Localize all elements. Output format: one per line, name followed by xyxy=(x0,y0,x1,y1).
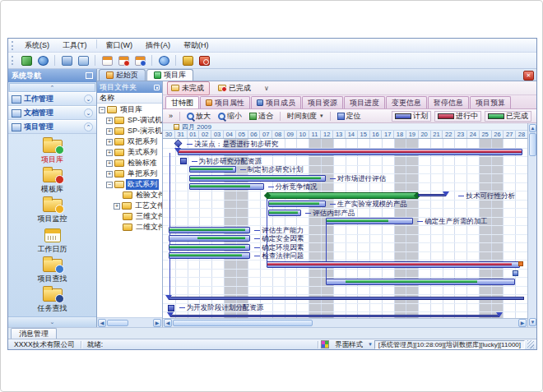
stop-button[interactable] xyxy=(197,53,211,67)
gantt-hscrollbar[interactable]: ◀ ▶ xyxy=(163,318,527,327)
task-bar[interactable] xyxy=(169,244,250,251)
toolbar-overflow-button[interactable]: » xyxy=(166,111,175,121)
time-scale-dropdown[interactable]: 时间刻度 xyxy=(285,110,326,122)
menu-item-1[interactable]: 系统(S) xyxy=(18,39,56,52)
tree-node-美式系列[interactable]: +美式系列 xyxy=(97,147,162,158)
lock-button[interactable] xyxy=(180,53,195,67)
tree-node-SP-调试机系[interactable]: +SP-调试机系 xyxy=(97,115,162,126)
doc-tab-起始页[interactable]: 起始页 xyxy=(99,69,146,81)
menu-item-5[interactable]: 帮助(H) xyxy=(177,39,216,52)
tree-node-工艺文件[interactable]: +工艺文件 xyxy=(97,201,162,211)
task-bar[interactable] xyxy=(189,175,325,182)
menu-item-3[interactable]: 窗口(W) xyxy=(100,39,140,52)
task-bar[interactable] xyxy=(189,183,263,190)
message-management-tab[interactable]: 消息管理 xyxy=(11,328,57,339)
menu-item-4[interactable]: 插件(A) xyxy=(139,39,177,52)
tree-node-双把系列[interactable]: +双把系列 xyxy=(97,136,162,147)
calendar-edit-button[interactable] xyxy=(116,53,131,67)
tree-node-检验文件[interactable]: 检验文件 xyxy=(97,190,162,201)
gantt-scroll-right-icon[interactable]: ▶ xyxy=(518,319,527,327)
chevron-up-icon[interactable]: ⌃ xyxy=(84,122,93,131)
interface-style-dropdown[interactable]: 界面样式 xyxy=(332,340,366,349)
tree-scroll-thumb[interactable] xyxy=(107,320,128,326)
expand-icon[interactable]: + xyxy=(106,160,113,167)
help-button[interactable] xyxy=(156,53,171,67)
tree-node-三维文件[interactable]: 三维文件 xyxy=(97,211,162,222)
expand-icon[interactable]: + xyxy=(106,150,113,156)
collapse-icon[interactable]: − xyxy=(106,182,113,188)
globe-button[interactable] xyxy=(35,53,50,67)
summary-bar[interactable] xyxy=(267,192,419,199)
gantt-chart[interactable]: 决策点：是否进行初步研究为初步研究分配资源制定初步研究计划对市场进行评估分析竞争… xyxy=(163,139,527,318)
gantt-scroll-down-icon[interactable]: ▼ xyxy=(529,318,536,326)
collapse-icon[interactable]: − xyxy=(99,107,105,113)
tree-node-项目库[interactable]: −项目库 xyxy=(97,104,162,115)
expand-icon[interactable]: + xyxy=(106,118,113,124)
chevron-down-icon[interactable]: ⌄ xyxy=(84,108,93,118)
task-bar[interactable] xyxy=(178,149,522,155)
toolbar-grip[interactable] xyxy=(12,56,14,65)
task-bar[interactable] xyxy=(268,201,325,207)
gantt-scroll-left-icon[interactable]: ◀ xyxy=(164,319,172,327)
gantt-tab-项目资源[interactable]: 项目资源 xyxy=(302,96,343,108)
window-switch-button[interactable] xyxy=(76,53,90,67)
gantt-tab-项目成员[interactable]: 项目成员 xyxy=(251,96,301,108)
filter-more-icon[interactable]: ∨ xyxy=(264,85,269,92)
gantt-vscrollbar[interactable]: ▲ ▼ xyxy=(527,123,536,327)
gantt-tab-项目属性[interactable]: 项目属性 xyxy=(200,96,250,108)
tree-node-单把系列[interactable]: +单把系列 xyxy=(97,168,162,179)
gantt-tab-甘特图[interactable]: 甘特图 xyxy=(165,96,199,108)
sync-button[interactable] xyxy=(19,53,34,67)
task-bar[interactable] xyxy=(326,218,413,224)
milestone-square-icon[interactable] xyxy=(180,158,187,164)
locate-button[interactable]: 定位 xyxy=(335,110,364,122)
task-bar[interactable] xyxy=(189,166,235,173)
gantt-vscroll-thumb[interactable] xyxy=(529,133,536,156)
sidebar-item-模板库[interactable]: 模板库 xyxy=(8,168,96,197)
tree-node-欧式系列[interactable]: −欧式系列 xyxy=(97,179,162,190)
task-bar[interactable] xyxy=(169,235,250,242)
sidebar-item-任务查找[interactable]: 任务查找 xyxy=(8,287,96,316)
sidebar-item-项目库[interactable]: 项目库 xyxy=(8,138,96,168)
gantt-hscroll-thumb[interactable] xyxy=(173,320,313,326)
expand-icon[interactable]: + xyxy=(106,171,113,178)
gantt-tab-项目预算[interactable]: 项目预算 xyxy=(470,96,511,108)
zoom-out-button[interactable]: 缩小 xyxy=(216,110,244,122)
sidebar-section-3[interactable]: 项目管理⌃ xyxy=(8,120,96,134)
calendar-button[interactable] xyxy=(100,53,114,67)
tree-scroll-right-icon[interactable]: ▶ xyxy=(153,319,161,327)
chevron-down-icon[interactable]: ⌄ xyxy=(84,95,93,104)
zoom-in-button[interactable]: 放大 xyxy=(184,110,213,122)
expand-icon[interactable]: + xyxy=(114,203,120,210)
gantt-tab-暂停信息[interactable]: 暂停信息 xyxy=(428,96,469,108)
tree-hscrollbar[interactable]: ◀ ▶ xyxy=(97,317,162,327)
filter-button-已完成[interactable]: 已完成 xyxy=(214,81,257,95)
menu-item-2[interactable]: 工具(T) xyxy=(56,39,94,52)
resize-grip[interactable] xyxy=(527,340,534,348)
sidebar-expand-icon[interactable] xyxy=(86,72,93,79)
sidebar-more-strip[interactable]: ⌄ xyxy=(8,316,96,327)
tree-node-检验标准[interactable]: +检验标准 xyxy=(97,158,162,168)
sidebar-section-1[interactable]: 工作管理⌄ xyxy=(8,92,96,106)
task-bar[interactable] xyxy=(169,252,250,259)
expand-icon[interactable]: + xyxy=(106,128,113,135)
tree-column-header[interactable]: 名称 xyxy=(97,93,162,104)
gantt-tab-项目进度[interactable]: 项目进度 xyxy=(344,96,385,108)
folder-window-button[interactable] xyxy=(59,53,74,67)
fit-button[interactable]: 适合 xyxy=(247,110,276,122)
doc-tab-项目库[interactable]: 项目库 xyxy=(146,69,193,81)
pin-icon[interactable] xyxy=(154,85,160,90)
style-dropdown-arrow-icon[interactable]: ▾ xyxy=(369,341,372,348)
menubar-grip[interactable] xyxy=(12,41,14,50)
close-tab-button[interactable] xyxy=(523,71,534,81)
sidebar-section-2[interactable]: 文档管理⌄ xyxy=(8,106,96,120)
gantt-scroll-up-icon[interactable]: ▲ xyxy=(529,124,536,132)
sidebar-item-项目查找[interactable]: 项目查找 xyxy=(8,257,96,287)
gantt-tab-变更信息[interactable]: 变更信息 xyxy=(386,96,427,108)
filter-button-未完成[interactable]: 未完成 xyxy=(167,81,210,95)
milestone-square-icon[interactable] xyxy=(168,305,174,311)
tree-node-二维文件[interactable]: 二维文件 xyxy=(97,222,162,233)
expand-icon[interactable]: + xyxy=(106,139,113,145)
tree-node-SP-演示机系[interactable]: +SP-演示机系 xyxy=(97,126,162,136)
task-bar[interactable] xyxy=(169,227,250,233)
